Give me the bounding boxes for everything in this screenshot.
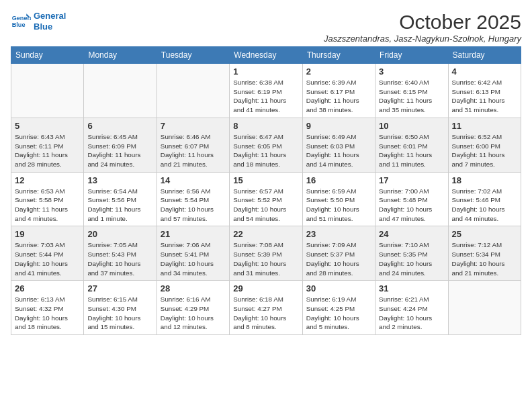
day-info: Sunrise: 6:57 AM Sunset: 5:52 PM Dayligh… (233, 187, 298, 224)
day-info: Sunrise: 6:49 AM Sunset: 6:03 PM Dayligh… (306, 132, 371, 169)
day-info: Sunrise: 7:05 AM Sunset: 5:43 PM Dayligh… (87, 240, 152, 277)
logo-text: General Blue (34, 11, 66, 32)
table-row: 14Sunrise: 6:56 AM Sunset: 5:54 PM Dayli… (157, 172, 229, 226)
logo-icon: General Blue (11, 11, 31, 32)
calendar-week-row: 1Sunrise: 6:38 AM Sunset: 6:19 PM Daylig… (11, 64, 521, 118)
table-row (11, 64, 84, 118)
table-row: 5Sunrise: 6:43 AM Sunset: 6:11 PM Daylig… (11, 118, 84, 172)
day-info: Sunrise: 6:39 AM Sunset: 6:17 PM Dayligh… (306, 78, 371, 115)
day-info: Sunrise: 6:40 AM Sunset: 6:15 PM Dayligh… (379, 78, 444, 115)
calendar-header-row: Sunday Monday Tuesday Wednesday Thursday… (11, 47, 521, 64)
day-number: 12 (15, 175, 80, 185)
day-info: Sunrise: 7:10 AM Sunset: 5:35 PM Dayligh… (379, 240, 444, 277)
table-row: 7Sunrise: 6:46 AM Sunset: 6:07 PM Daylig… (157, 118, 229, 172)
logo-line1: General (34, 11, 66, 21)
logo: General Blue General Blue (11, 11, 66, 32)
table-row: 22Sunrise: 7:08 AM Sunset: 5:39 PM Dayli… (230, 226, 302, 281)
day-number: 21 (161, 229, 226, 239)
day-info: Sunrise: 6:15 AM Sunset: 4:30 PM Dayligh… (87, 295, 152, 332)
table-row: 16Sunrise: 6:59 AM Sunset: 5:50 PM Dayli… (302, 172, 375, 226)
table-row: 15Sunrise: 6:57 AM Sunset: 5:52 PM Dayli… (230, 172, 302, 226)
day-number: 26 (15, 283, 80, 293)
day-info: Sunrise: 7:12 AM Sunset: 5:34 PM Dayligh… (452, 240, 517, 277)
day-info: Sunrise: 7:00 AM Sunset: 5:48 PM Dayligh… (379, 187, 444, 224)
day-info: Sunrise: 6:52 AM Sunset: 6:00 PM Dayligh… (452, 132, 517, 169)
day-number: 10 (379, 121, 444, 131)
day-number: 22 (233, 229, 298, 239)
table-row: 25Sunrise: 7:12 AM Sunset: 5:34 PM Dayli… (448, 226, 521, 281)
header-wednesday: Wednesday (230, 47, 302, 64)
calendar-week-row: 5Sunrise: 6:43 AM Sunset: 6:11 PM Daylig… (11, 118, 521, 172)
calendar-table: Sunday Monday Tuesday Wednesday Thursday… (11, 46, 521, 335)
day-number: 25 (452, 229, 517, 239)
table-row: 29Sunrise: 6:18 AM Sunset: 4:27 PM Dayli… (230, 281, 302, 335)
month-title: October 2025 (324, 11, 521, 34)
day-info: Sunrise: 6:53 AM Sunset: 5:58 PM Dayligh… (15, 187, 80, 224)
day-info: Sunrise: 6:56 AM Sunset: 5:54 PM Dayligh… (161, 187, 226, 224)
table-row: 4Sunrise: 6:42 AM Sunset: 6:13 PM Daylig… (448, 64, 521, 118)
day-info: Sunrise: 7:03 AM Sunset: 5:44 PM Dayligh… (15, 240, 80, 277)
table-row: 26Sunrise: 6:13 AM Sunset: 4:32 PM Dayli… (11, 281, 84, 335)
day-number: 31 (379, 283, 444, 293)
calendar-week-row: 26Sunrise: 6:13 AM Sunset: 4:32 PM Dayli… (11, 281, 521, 335)
header-monday: Monday (84, 47, 157, 64)
day-info: Sunrise: 6:50 AM Sunset: 6:01 PM Dayligh… (379, 132, 444, 169)
day-number: 6 (87, 121, 152, 131)
day-number: 28 (161, 283, 226, 293)
table-row: 17Sunrise: 7:00 AM Sunset: 5:48 PM Dayli… (375, 172, 448, 226)
day-number: 27 (87, 283, 152, 293)
day-info: Sunrise: 6:19 AM Sunset: 4:25 PM Dayligh… (306, 295, 371, 332)
header-tuesday: Tuesday (157, 47, 229, 64)
day-number: 14 (161, 175, 226, 185)
location-subtitle: Jaszszentandras, Jasz-Nagykun-Szolnok, H… (324, 34, 521, 44)
day-number: 9 (306, 121, 371, 131)
day-info: Sunrise: 6:43 AM Sunset: 6:11 PM Dayligh… (15, 132, 80, 169)
table-row: 23Sunrise: 7:09 AM Sunset: 5:37 PM Dayli… (302, 226, 375, 281)
day-number: 16 (306, 175, 371, 185)
table-row: 18Sunrise: 7:02 AM Sunset: 5:46 PM Dayli… (448, 172, 521, 226)
table-row: 1Sunrise: 6:38 AM Sunset: 6:19 PM Daylig… (230, 64, 302, 118)
day-number: 24 (379, 229, 444, 239)
table-row: 3Sunrise: 6:40 AM Sunset: 6:15 PM Daylig… (375, 64, 448, 118)
day-number: 2 (306, 66, 371, 77)
calendar-week-row: 19Sunrise: 7:03 AM Sunset: 5:44 PM Dayli… (11, 226, 521, 281)
day-info: Sunrise: 6:46 AM Sunset: 6:07 PM Dayligh… (161, 132, 226, 169)
day-number: 3 (379, 66, 444, 77)
header-thursday: Thursday (302, 47, 375, 64)
day-number: 5 (15, 121, 80, 131)
table-row (448, 281, 521, 335)
table-row: 20Sunrise: 7:05 AM Sunset: 5:43 PM Dayli… (84, 226, 157, 281)
table-row: 19Sunrise: 7:03 AM Sunset: 5:44 PM Dayli… (11, 226, 84, 281)
table-row: 2Sunrise: 6:39 AM Sunset: 6:17 PM Daylig… (302, 64, 375, 118)
table-row: 10Sunrise: 6:50 AM Sunset: 6:01 PM Dayli… (375, 118, 448, 172)
day-number: 13 (87, 175, 152, 185)
day-info: Sunrise: 6:42 AM Sunset: 6:13 PM Dayligh… (452, 78, 517, 115)
header-sunday: Sunday (11, 47, 84, 64)
header-friday: Friday (375, 47, 448, 64)
day-info: Sunrise: 6:16 AM Sunset: 4:29 PM Dayligh… (161, 295, 226, 332)
day-info: Sunrise: 7:06 AM Sunset: 5:41 PM Dayligh… (161, 240, 226, 277)
day-number: 1 (233, 66, 298, 77)
table-row (84, 64, 157, 118)
day-number: 30 (306, 283, 371, 293)
day-info: Sunrise: 7:09 AM Sunset: 5:37 PM Dayligh… (306, 240, 371, 277)
day-number: 18 (452, 175, 517, 185)
day-info: Sunrise: 6:47 AM Sunset: 6:05 PM Dayligh… (233, 132, 298, 169)
table-row: 30Sunrise: 6:19 AM Sunset: 4:25 PM Dayli… (302, 281, 375, 335)
day-info: Sunrise: 6:13 AM Sunset: 4:32 PM Dayligh… (15, 295, 80, 332)
title-area: October 2025 Jaszszentandras, Jasz-Nagyk… (324, 11, 521, 44)
table-row: 27Sunrise: 6:15 AM Sunset: 4:30 PM Dayli… (84, 281, 157, 335)
day-info: Sunrise: 7:02 AM Sunset: 5:46 PM Dayligh… (452, 187, 517, 224)
table-row: 28Sunrise: 6:16 AM Sunset: 4:29 PM Dayli… (157, 281, 229, 335)
day-info: Sunrise: 6:21 AM Sunset: 4:24 PM Dayligh… (379, 295, 444, 332)
day-number: 8 (233, 121, 298, 131)
day-info: Sunrise: 7:08 AM Sunset: 5:39 PM Dayligh… (233, 240, 298, 277)
table-row (157, 64, 229, 118)
calendar-week-row: 12Sunrise: 6:53 AM Sunset: 5:58 PM Dayli… (11, 172, 521, 226)
table-row: 11Sunrise: 6:52 AM Sunset: 6:00 PM Dayli… (448, 118, 521, 172)
day-number: 29 (233, 283, 298, 293)
day-number: 4 (452, 66, 517, 77)
day-info: Sunrise: 6:18 AM Sunset: 4:27 PM Dayligh… (233, 295, 298, 332)
table-row: 21Sunrise: 7:06 AM Sunset: 5:41 PM Dayli… (157, 226, 229, 281)
day-info: Sunrise: 6:45 AM Sunset: 6:09 PM Dayligh… (87, 132, 152, 169)
